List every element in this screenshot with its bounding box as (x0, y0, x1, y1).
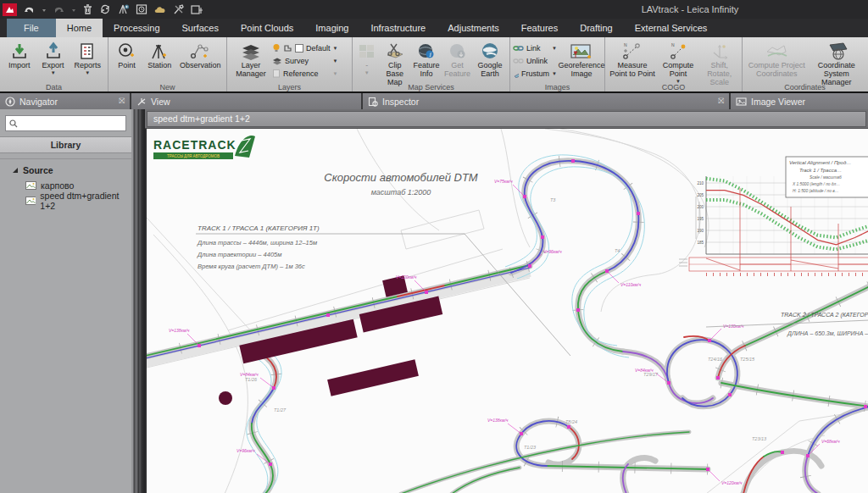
undo-caret-icon[interactable] (42, 4, 47, 15)
group-cogo: N Measure Point to Point N Compute Point… (605, 37, 743, 91)
group-cogo-label: COGO (605, 83, 742, 91)
logo-flag-icon (235, 136, 255, 158)
document-tab[interactable]: speed dtm+gradient 1+2 (147, 111, 866, 127)
track-ribbons (147, 161, 868, 493)
group-map-services-label: Map Services (353, 83, 509, 91)
svg-text:V=138км/ч: V=138км/ч (169, 328, 190, 333)
tab-external-services[interactable]: External Services (624, 19, 719, 37)
navigator-pin-icon[interactable]: ⛝ (119, 97, 125, 106)
svg-text:T4: T4 (615, 248, 620, 253)
svg-text:X 1:5000 (length / по дл…: X 1:5000 (length / по дл… (792, 182, 840, 186)
tab-processing[interactable]: Processing (103, 19, 170, 37)
reports-caret-icon: ▼ (85, 70, 90, 75)
svg-text:Длина траектории – 4405м: Длина траектории – 4405м (197, 251, 281, 258)
navigator-panel: Library Source карпово speed dtm+gradien… (0, 109, 131, 493)
tab-infrastructure[interactable]: Infrastructure (359, 19, 437, 37)
panel-header-row: Navigator ⛝ View Inspector ⛝ Image Viewe… (0, 93, 868, 109)
document-tab-bar: speed dtm+gradient 1+2 (145, 109, 868, 129)
panel-splitter[interactable] (131, 109, 145, 493)
export-button[interactable]: Export ▼ (36, 40, 70, 76)
feature-info-button[interactable]: i Feature Info (411, 40, 442, 80)
image-file-icon (25, 181, 36, 190)
tab-adjustments[interactable]: Adjustments (437, 19, 510, 37)
observation-icon (188, 41, 212, 62)
reference-caret-icon: ▼ (333, 71, 338, 76)
google-earth-button[interactable]: Google Earth (473, 40, 507, 80)
search-input[interactable] (21, 118, 122, 129)
delete-icon[interactable] (82, 3, 93, 15)
group-layers: Layer Manager Default ▼ Survey ▼ Referen… (227, 37, 353, 91)
default-layer-checkbox[interactable] (295, 44, 303, 53)
observation-button[interactable]: Observation (177, 40, 224, 71)
tree-node-source[interactable]: Source (0, 163, 131, 178)
coordinate-system-manager-button[interactable]: Coordinate System Manager (808, 40, 865, 88)
frustum-icon (513, 69, 519, 78)
import-button[interactable]: Import (3, 40, 36, 71)
redo-caret-icon (71, 4, 76, 15)
station-button[interactable]: Station (142, 40, 177, 71)
default-caret-icon: ▼ (333, 46, 338, 51)
navigator-search[interactable] (5, 115, 126, 131)
point-button[interactable]: Point (111, 40, 142, 71)
compute-point-button[interactable]: N Compute Point ▼ (657, 40, 699, 85)
inspector-icon (368, 97, 378, 107)
survey-layer-row[interactable]: Survey ▼ (272, 55, 337, 66)
group-images: Link ▼ Unlink Frustum ▼ Georeference Ima… (510, 37, 605, 91)
app-logo-icon[interactable] (3, 3, 17, 16)
racetrack-drawing: V=138км/ч V=120км/ч V=96км/ч V=75км/ч V=… (147, 129, 868, 493)
layer-manager-button[interactable]: Layer Manager (230, 40, 272, 80)
svg-text:T24/16: T24/16 (708, 357, 723, 362)
archive-clock-icon[interactable] (136, 3, 147, 15)
tab-imaging[interactable]: Imaging (304, 19, 359, 37)
tab-point-clouds[interactable]: Point Clouds (230, 19, 304, 37)
svg-text:T1/26: T1/26 (245, 377, 258, 382)
reports-button[interactable]: Reports ▼ (70, 40, 105, 76)
tab-features[interactable]: Features (510, 19, 569, 37)
export-icon (43, 41, 64, 62)
svg-text:Длина трассы – 4446м, ширина 1: Длина трассы – 4446м, ширина 12–15м (197, 239, 317, 246)
tools-icon[interactable] (173, 3, 185, 15)
drawing-canvas[interactable]: V=138км/ч V=120км/ч V=96км/ч V=75км/ч V=… (145, 129, 868, 493)
clip-base-map-button[interactable]: Clip Base Map (378, 40, 410, 88)
group-images-label: Images (510, 83, 604, 91)
tab-surfaces[interactable]: Surfaces (171, 19, 230, 37)
default-layer-row[interactable]: Default ▼ (272, 42, 337, 53)
unlink-icon (513, 57, 524, 65)
cloud-icon[interactable] (153, 4, 167, 14)
link-row[interactable]: Link ▼ (513, 42, 557, 53)
drawing-subtitle: масштаб 1:2000 (371, 188, 431, 197)
svg-text:V=68км/ч: V=68км/ч (821, 439, 840, 444)
layer-manager-icon (239, 41, 263, 62)
get-feature-icon (448, 41, 468, 62)
main-area: speed dtm+gradient 1+2 (131, 109, 868, 493)
shift-rotate-scale-icon (709, 41, 730, 62)
measure-point-to-point-button[interactable]: N Measure Point to Point (608, 40, 657, 80)
link-icon (513, 44, 524, 53)
tab-file[interactable]: File (7, 19, 56, 37)
svg-text:T25/15: T25/15 (740, 357, 755, 362)
title-bar: LAVtrack - Leica Infinity (0, 0, 868, 19)
frustum-row[interactable]: Frustum ▼ (513, 68, 557, 79)
tree-item-speed-dtm[interactable]: speed dtm+gradient 1+2 (0, 193, 131, 208)
tab-drafting[interactable]: Drafting (569, 19, 624, 37)
tab-home[interactable]: Home (56, 19, 103, 37)
svg-text:210: 210 (697, 181, 704, 186)
inspector-pin-icon[interactable]: ⛝ (718, 97, 724, 106)
group-data: Import Export ▼ Reports ▼ Data (0, 37, 108, 91)
group-new: Point Station Observation New (108, 37, 227, 91)
georeference-image-button[interactable]: Georeference Image (557, 40, 606, 80)
google-earth-icon (480, 41, 500, 62)
svg-text:Track 1 / Трасса…: Track 1 / Трасса… (799, 168, 842, 173)
station-setup-icon[interactable] (117, 3, 130, 15)
window-title: LAVtrack - Leica Infinity (597, 4, 783, 14)
undo-icon[interactable] (23, 4, 36, 15)
track2-header: TRACK 2 / ТРАССА 2 (КАТЕГОРИЯ 3) (781, 312, 868, 319)
sync-icon[interactable] (99, 3, 111, 15)
group-coordinates: Compute Project Coordinates Coordinate S… (743, 37, 867, 91)
library-section[interactable]: Library (0, 136, 131, 153)
view-icon (136, 97, 147, 107)
window-layout-icon[interactable] (191, 4, 203, 15)
image-viewer-header: Image Viewer (731, 93, 868, 109)
view-header: View (131, 93, 363, 109)
inspector-header: Inspector ⛝ (363, 93, 731, 109)
